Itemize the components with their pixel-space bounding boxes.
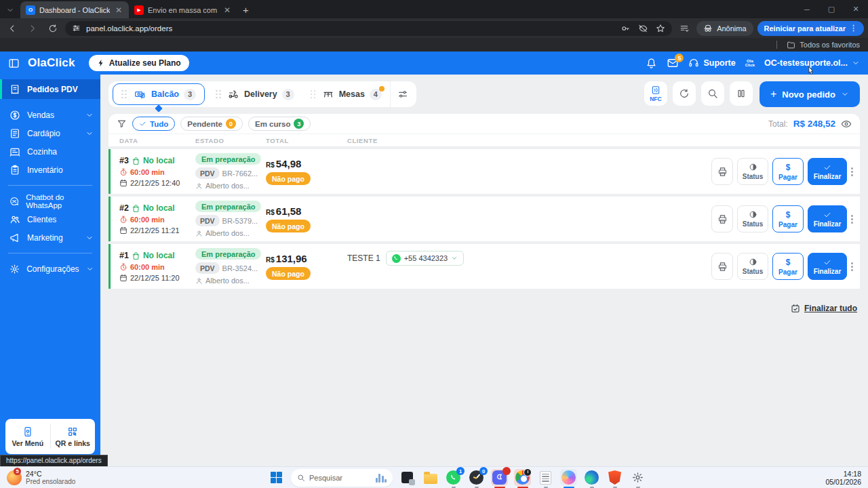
client-whatsapp-dropdown[interactable]: +55 4342323 [386, 251, 465, 266]
brave-app-button[interactable] [606, 469, 623, 486]
finish-button[interactable]: Finalizar [808, 158, 847, 185]
columns-view-button[interactable] [730, 81, 753, 106]
incognito-badge[interactable]: Anônima [696, 21, 753, 36]
status-button[interactable]: Status [737, 158, 768, 185]
sidebar-item-cozinha[interactable]: Cozinha [0, 142, 100, 161]
qr-links-button[interactable]: QR e links [51, 419, 96, 454]
close-button[interactable]: ✕ [844, 0, 868, 18]
sidebar-item-configuracoes[interactable]: Configurações [0, 260, 100, 278]
address-bar[interactable]: panel.olaclick.app/orders [65, 21, 672, 36]
finish-button[interactable]: Finalizar [808, 205, 847, 232]
restart-to-update-button[interactable]: Reiniciar para atualizar ⋮ [757, 21, 864, 36]
new-order-button[interactable]: + Novo pedido [760, 81, 860, 107]
browser-tab-youtube[interactable]: ▶ Envio en massa com IA - YouTu ✕ [129, 1, 237, 18]
view-menu-button[interactable]: Ver Menú [5, 419, 50, 454]
drag-handle-icon[interactable] [311, 90, 316, 99]
pay-button[interactable]: $Pagar [772, 158, 804, 185]
refresh-button[interactable] [673, 81, 696, 106]
all-bookmarks-button[interactable]: Todos os favoritos [800, 41, 860, 49]
drag-handle-icon[interactable] [121, 90, 127, 99]
payment-pill: Não pago [266, 220, 311, 232]
sidebar-item-pedidos-pdv[interactable]: Pedidos PDV [0, 79, 100, 99]
mail-badge: 5 [675, 54, 684, 62]
timer-icon [119, 263, 127, 271]
sidebar-item-marketing[interactable]: Marketing [0, 228, 100, 247]
weather-widget[interactable]: 5 24°C Pred ensolarado [7, 470, 75, 485]
table-row-order-1[interactable]: #1 No local 60:00 min 22/12/25 11:20 Em … [108, 244, 860, 289]
preview-hidden-icon[interactable] [638, 24, 648, 33]
finish-all-link[interactable]: Finalizar tudo [108, 304, 860, 313]
filter-chip-em-curso[interactable]: Em curso 3 [248, 117, 311, 131]
row-menu-button[interactable] [851, 262, 853, 271]
drag-handle-icon[interactable] [216, 90, 221, 99]
pay-button[interactable]: $Pagar [772, 253, 804, 280]
table-row-order-3[interactable]: #3 No local 60:00 min 22/12/25 12:40 Em … [108, 149, 860, 194]
row-menu-button[interactable] [851, 215, 853, 224]
new-tab-button[interactable]: + [243, 4, 249, 16]
reload-button[interactable] [45, 20, 61, 37]
chrome-app-button[interactable] [514, 469, 531, 486]
clock-app-button[interactable]: 0 [468, 469, 485, 486]
status-button[interactable]: Status [737, 253, 768, 280]
sidebar-item-inventario[interactable]: Inventário [0, 161, 100, 179]
upgrade-plan-button[interactable]: Atualize seu Plano [89, 55, 189, 71]
tab-mesas[interactable]: Mesas 4 [302, 81, 390, 107]
half-circle-icon [749, 163, 757, 171]
browser-tab-dashboard[interactable]: O Dashboard - OlaClick ✕ [20, 1, 129, 18]
edge-app-button[interactable] [583, 469, 600, 486]
alert-dot [379, 86, 384, 92]
tab-close-icon[interactable]: ✕ [222, 5, 232, 15]
nfc-button[interactable]: NFC [644, 81, 667, 106]
filter-chip-pendente[interactable]: Pendente 0 [180, 117, 243, 131]
order-id: #2 [119, 203, 129, 213]
tab-close-icon[interactable]: ✕ [114, 5, 123, 15]
sidebar-item-clientes[interactable]: Clientes [0, 210, 100, 228]
tab-balcao[interactable]: Balcão 3 [113, 83, 205, 105]
whatsapp-app-button[interactable]: 1 [445, 469, 462, 486]
tab-search-button[interactable] [1, 2, 19, 18]
eye-icon[interactable] [841, 119, 852, 129]
forward-button[interactable] [24, 20, 41, 37]
bookmark-star-icon[interactable] [656, 24, 665, 33]
status-button[interactable]: Status [737, 205, 768, 232]
print-button[interactable] [711, 158, 733, 185]
notifications-button[interactable] [646, 58, 657, 69]
password-manager-icon[interactable] [620, 24, 630, 33]
notification-badge: 1 [456, 467, 465, 475]
tab-label: Balcão [151, 89, 179, 99]
taskbar-clock[interactable]: 14:18 05/01/2026 [825, 470, 861, 486]
notes-app-button[interactable] [537, 469, 554, 486]
pay-button[interactable]: $Pagar [772, 205, 804, 232]
chevron-down-icon [451, 255, 458, 262]
file-explorer-button[interactable] [422, 469, 439, 486]
messages-button[interactable]: 5 [667, 57, 679, 69]
maximize-button[interactable]: ▢ [819, 0, 844, 18]
check-icon [139, 120, 146, 127]
settings-app-button[interactable] [629, 469, 646, 486]
table-row-order-2[interactable]: #2 No local 60:00 min 22/12/25 11:21 Em … [108, 197, 860, 241]
sidebar-item-chatbot-whatsapp[interactable]: Chatbot do WhatsApp [0, 192, 100, 210]
filter-chip-tudo[interactable]: Tudo [132, 117, 175, 131]
funnel-icon[interactable] [117, 119, 127, 129]
start-button[interactable] [268, 469, 285, 486]
tab-delivery[interactable]: Delivery 3 [208, 81, 302, 107]
minimize-button[interactable]: ─ [795, 0, 819, 18]
tab-settings-button[interactable] [390, 81, 415, 107]
dollar-icon: $ [786, 258, 791, 267]
back-button[interactable] [4, 20, 20, 37]
print-button[interactable] [711, 205, 733, 232]
kebab-menu-icon[interactable]: ⋮ [850, 24, 857, 33]
reading-list-icon[interactable] [676, 20, 692, 37]
support-button[interactable]: Suporte [688, 58, 735, 68]
sidebar-item-cardapio[interactable]: Cardápio [0, 124, 100, 142]
finish-button[interactable]: Finalizar [808, 253, 847, 280]
search-button[interactable] [701, 81, 724, 106]
row-menu-button[interactable] [851, 167, 853, 176]
sidebar-toggle-icon[interactable] [8, 58, 20, 69]
print-button[interactable] [711, 253, 733, 280]
taskbar-search[interactable]: Pesquisar [291, 469, 393, 487]
task-view-button[interactable] [399, 469, 416, 486]
discord-app-button[interactable]: ᗧ [491, 469, 508, 486]
copilot-app-button[interactable] [560, 469, 577, 486]
sidebar-item-vendas[interactable]: Vendas [0, 106, 100, 124]
